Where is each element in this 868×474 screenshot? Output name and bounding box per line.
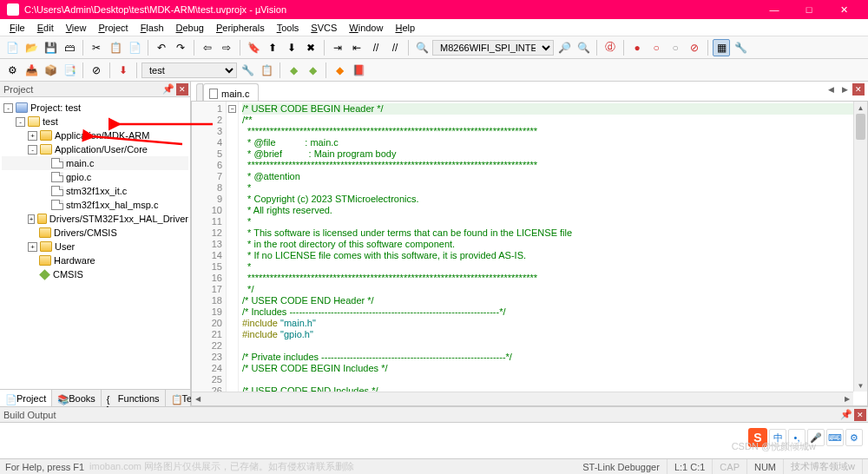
tree-node[interactable]: -test (2, 115, 188, 128)
uncomment-icon[interactable]: // (386, 39, 404, 56)
menu-flash[interactable]: Flash (135, 21, 170, 35)
tab-close-icon[interactable]: ✕ (852, 83, 865, 95)
bookmark-icon[interactable]: 🔖 (245, 39, 262, 56)
translate-icon[interactable]: ⚙ (3, 62, 21, 79)
nav-back-icon[interactable]: ⇦ (199, 39, 216, 56)
build-output-body[interactable]: S 中 •, 🎤 ⌨ ⚙ (0, 423, 868, 458)
project-tree[interactable]: -Project: test-test+Application/MDK-ARM-… (0, 97, 190, 389)
menu-debug[interactable]: Debug (170, 21, 210, 35)
tree-node[interactable]: Hardware (2, 253, 188, 267)
breakpoint-enable-icon[interactable]: ○ (648, 39, 665, 56)
menu-file[interactable]: File (3, 21, 31, 35)
cut-icon[interactable]: ✂ (88, 39, 105, 56)
scroll-left-icon[interactable]: ◀ (192, 392, 204, 405)
fold-column[interactable]: − (227, 102, 239, 405)
tree-node[interactable]: gpio.c (2, 170, 188, 184)
menu-svcs[interactable]: SVCS (305, 21, 343, 35)
select-packs-icon[interactable]: ◆ (304, 62, 321, 79)
target-select[interactable]: test (141, 63, 237, 78)
save-icon[interactable]: 💾 (42, 39, 59, 56)
menu-view[interactable]: View (60, 21, 93, 35)
tab-scroll-left-icon[interactable]: ◀ (825, 83, 837, 95)
collapse-icon[interactable]: - (28, 145, 37, 155)
scroll-up-icon[interactable]: ▲ (854, 102, 867, 114)
outdent-icon[interactable]: ⇤ (348, 39, 365, 56)
menu-window[interactable]: Window (343, 21, 389, 35)
window-layout-icon[interactable]: ▦ (713, 39, 730, 56)
panel-tab-books[interactable]: 📚Books (52, 390, 102, 406)
manage-items-icon[interactable]: 📋 (258, 62, 275, 79)
target-options-icon[interactable]: 🔧 (239, 62, 256, 79)
pack-installer-icon[interactable]: ◆ (331, 62, 348, 79)
tree-node[interactable]: -Project: test (2, 101, 188, 115)
expand-icon[interactable]: + (28, 131, 37, 141)
breakpoint-kill-icon[interactable]: ⊘ (686, 39, 703, 56)
redo-icon[interactable]: ↷ (172, 39, 189, 56)
bookmark-clear-icon[interactable]: ✖ (302, 39, 319, 56)
panel-tab-project[interactable]: 📄Project (0, 390, 52, 406)
bookmark-next-icon[interactable]: ⬇ (283, 39, 300, 56)
vertical-scrollbar[interactable]: ▲ ▼ (853, 102, 867, 392)
find-icon[interactable]: 🔍 (413, 39, 431, 56)
undo-icon[interactable]: ↶ (153, 39, 170, 56)
nav-fwd-icon[interactable]: ⇨ (218, 39, 235, 56)
code-editor[interactable]: 1234567891011121314151617181920212223242… (191, 101, 868, 406)
tree-node[interactable]: stm32f1xx_it.c (2, 184, 188, 198)
tree-node[interactable]: +Drivers/STM32F1xx_HAL_Driver (2, 212, 188, 226)
new-file-icon[interactable]: 📄 (3, 39, 21, 56)
comment-icon[interactable]: // (367, 39, 385, 56)
menu-project[interactable]: Project (92, 21, 134, 35)
tree-node[interactable]: +User (2, 240, 188, 253)
pin-icon[interactable]: 📌 (840, 409, 852, 420)
debug-icon[interactable]: ⓓ (602, 39, 619, 56)
menu-tools[interactable]: Tools (271, 21, 306, 35)
tree-node[interactable]: main.c (2, 156, 188, 170)
find-combo[interactable]: M8266WIFI_SPI_INTERFA (432, 40, 554, 56)
paste-icon[interactable]: 📄 (126, 39, 143, 56)
panel-close-icon[interactable]: ✕ (176, 83, 188, 95)
ime-mic-icon[interactable]: 🎤 (807, 429, 825, 446)
rebuild-icon[interactable]: 📦 (42, 62, 59, 79)
open-file-icon[interactable]: 📂 (23, 39, 40, 56)
breakpoint-insert-icon[interactable]: ● (628, 39, 646, 56)
horizontal-scrollbar[interactable]: ◀ ▶ (192, 392, 853, 405)
editor-tab-main[interactable]: main.c (203, 83, 259, 101)
close-button[interactable]: ✕ (826, 0, 861, 19)
collapse-icon[interactable]: - (3, 103, 13, 113)
maximize-button[interactable]: □ (792, 0, 826, 19)
copy-icon[interactable]: 📋 (107, 39, 124, 56)
incremental-find-icon[interactable]: 🔍 (575, 39, 592, 56)
code-content[interactable]: /* USER CODE BEGIN Header *//** ********… (239, 102, 867, 405)
batch-build-icon[interactable]: 📑 (61, 62, 78, 79)
ime-settings-icon[interactable]: ⚙ (845, 429, 863, 446)
save-all-icon[interactable]: 🗃 (61, 39, 78, 56)
tree-node[interactable]: +Application/MDK-ARM (2, 128, 188, 142)
minimize-button[interactable]: — (757, 0, 792, 19)
tree-node[interactable]: stm32f1xx_hal_msp.c (2, 198, 188, 212)
find-in-files-icon[interactable]: 🔎 (556, 39, 573, 56)
expand-icon[interactable]: + (28, 242, 37, 252)
menu-peripherals[interactable]: Peripherals (210, 21, 271, 35)
bookmark-prev-icon[interactable]: ⬆ (264, 39, 281, 56)
scroll-thumb[interactable] (856, 114, 865, 140)
panel-close-icon[interactable]: ✕ (854, 409, 866, 421)
expand-icon[interactable]: + (28, 214, 35, 224)
ime-punct-icon[interactable]: •, (788, 429, 806, 446)
scroll-right-icon[interactable]: ▶ (841, 392, 853, 405)
books-icon[interactable]: 📕 (350, 62, 367, 79)
scroll-down-icon[interactable]: ▼ (854, 379, 867, 392)
pin-icon[interactable]: 📌 (162, 83, 174, 95)
menu-edit[interactable]: Edit (31, 21, 60, 35)
stop-build-icon[interactable]: ⊘ (88, 62, 105, 79)
tab-scroll-right-icon[interactable]: ▶ (838, 83, 851, 95)
breakpoint-disable-icon[interactable]: ○ (667, 39, 684, 56)
panel-tab-functions[interactable]: { }Functions (102, 390, 166, 406)
manage-rte-icon[interactable]: ◆ (285, 62, 302, 79)
toolbox-icon[interactable]: 🔧 (732, 39, 749, 56)
tree-node[interactable]: Drivers/CMSIS (2, 226, 188, 240)
tree-node[interactable]: -Application/User/Core (2, 142, 188, 156)
collapse-icon[interactable]: - (16, 117, 25, 127)
ime-keyboard-icon[interactable]: ⌨ (826, 429, 844, 446)
tree-node[interactable]: CMSIS (2, 267, 188, 281)
download-icon[interactable]: ⬇ (115, 62, 132, 79)
